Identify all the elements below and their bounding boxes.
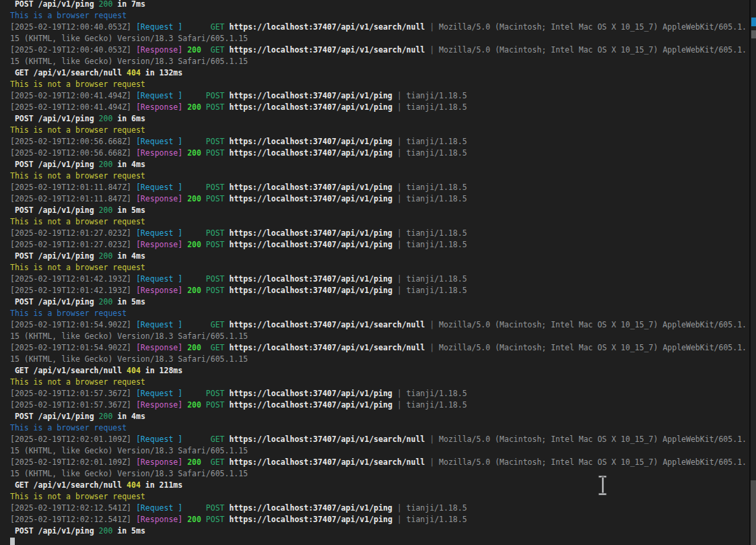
terminal-block-cursor xyxy=(10,538,15,545)
log-segment: Mozilla/5.0 (Macintosh; Intel Mac OS X 1… xyxy=(439,22,747,32)
log-segment: [Response] xyxy=(136,286,182,295)
log-line: [2025-02-19T12:01:42.193Z] [Response] 20… xyxy=(10,285,751,296)
log-segment: tianji/1.18.5 xyxy=(407,137,467,146)
log-segment: [2025-02-19T12:01:11.847Z] xyxy=(10,183,136,192)
log-segment: 200 xyxy=(187,343,201,352)
log-segment: GET xyxy=(211,435,225,444)
log-segment: 200 xyxy=(187,194,201,203)
log-segment: https://localhost:37407/api/v1/ping xyxy=(229,91,392,100)
log-segment: Mozilla/5.0 (Macintosh; Intel Mac OS X 1… xyxy=(439,435,747,444)
log-segment: | xyxy=(392,148,407,158)
log-segment: [Response] xyxy=(136,45,182,55)
log-segment: tianji/1.18.5 xyxy=(407,503,467,513)
log-segment: [2025-02-19T12:01:27.023Z] xyxy=(10,228,136,238)
log-segment xyxy=(201,343,211,352)
log-line: This is not a browser request xyxy=(10,170,751,182)
log-segment: [2025-02-19T12:01:42.193Z] xyxy=(10,274,136,284)
log-line: This is not a browser request xyxy=(10,491,751,503)
log-segment: 200 xyxy=(187,45,201,55)
log-segment xyxy=(201,515,206,524)
log-line: 15 (KHTML, like Gecko) Version/18.3 Safa… xyxy=(10,354,751,365)
log-segment: tianji/1.18.5 xyxy=(407,389,467,398)
log-line: [2025-02-19T12:01:27.023Z] [Request ] PO… xyxy=(10,228,751,239)
log-line: [2025-02-19T12:01:57.367Z] [Response] 20… xyxy=(10,399,751,411)
log-segment: | xyxy=(392,228,407,238)
log-segment: POST /api/v1/ping xyxy=(10,160,99,169)
log-segment: | xyxy=(425,320,439,329)
log-segment: [Request ] xyxy=(136,137,182,146)
log-segment: | xyxy=(392,194,407,203)
log-line: This is a browser request xyxy=(10,308,751,319)
log-segment xyxy=(201,240,206,249)
log-segment: 404 xyxy=(127,480,141,490)
log-segment: in 4ms xyxy=(112,160,145,169)
log-segment: in 7ms xyxy=(112,0,145,9)
log-segment: 15 (KHTML, like Gecko) Version/18.3 Safa… xyxy=(10,354,248,364)
log-segment: 404 xyxy=(127,366,141,375)
log-segment: tianji/1.18.5 xyxy=(407,240,467,249)
log-segment: POST xyxy=(206,503,225,513)
log-segment: [Request ] xyxy=(136,183,182,192)
log-segment: | xyxy=(392,91,407,100)
log-segment: https://localhost:37407/api/v1/ping xyxy=(229,286,392,295)
log-line: [2025-02-19T12:01:11.847Z] [Request ] PO… xyxy=(10,182,751,193)
log-line: 15 (KHTML, like Gecko) Version/18.3 Safa… xyxy=(10,56,751,67)
log-segment: 15 (KHTML, like Gecko) Version/18.3 Safa… xyxy=(10,446,248,455)
terminal-output[interactable]: POST /api/v1/ping 200 in 7msThis is a br… xyxy=(10,0,751,545)
log-segment xyxy=(182,91,206,100)
log-segment: This is not a browser request xyxy=(10,492,145,501)
log-line: This is not a browser request xyxy=(10,262,751,274)
log-line: POST /api/v1/ping 200 in 5ms xyxy=(10,205,751,216)
log-segment: This is not a browser request xyxy=(10,125,145,135)
log-segment xyxy=(182,22,211,32)
log-segment: tianji/1.18.5 xyxy=(407,91,467,100)
log-segment: | xyxy=(425,343,439,352)
log-segment: 200 xyxy=(99,412,113,421)
log-segment: https://localhost:37407/api/v1/search/nu… xyxy=(229,343,425,352)
log-segment xyxy=(201,457,211,467)
log-line: [2025-02-19T12:01:42.193Z] [Request ] PO… xyxy=(10,274,751,285)
log-line: [2025-02-19T12:02:01.109Z] [Request ] GE… xyxy=(10,434,751,445)
log-segment: tianji/1.18.5 xyxy=(407,194,467,203)
log-segment: 15 (KHTML, like Gecko) Version/18.3 Safa… xyxy=(10,34,248,43)
log-segment: | xyxy=(392,515,407,524)
log-segment: https://localhost:37407/api/v1/ping xyxy=(229,228,392,238)
log-segment xyxy=(182,435,211,444)
log-segment: | xyxy=(425,22,439,32)
log-segment: tianji/1.18.5 xyxy=(407,228,467,238)
log-line: POST /api/v1/ping 200 in 7ms xyxy=(10,0,751,10)
log-segment: in 5ms xyxy=(112,297,145,307)
log-segment: [2025-02-19T12:01:57.367Z] xyxy=(10,389,136,398)
log-segment: https://localhost:37407/api/v1/ping xyxy=(229,274,392,284)
log-segment: [Request ] xyxy=(136,503,182,513)
log-segment: in 4ms xyxy=(112,251,145,261)
log-segment: [Response] xyxy=(136,343,182,352)
log-segment: GET xyxy=(211,343,225,352)
log-segment xyxy=(182,274,206,284)
log-segment: tianji/1.18.5 xyxy=(407,102,467,112)
log-segment: tianji/1.18.5 xyxy=(407,286,467,295)
log-segment: [2025-02-19T12:00:41.494Z] xyxy=(10,102,136,112)
scrollbar[interactable] xyxy=(751,0,756,545)
log-segment: | xyxy=(392,400,407,410)
log-segment: POST /api/v1/ping xyxy=(10,205,99,215)
log-line: 15 (KHTML, like Gecko) Version/18.3 Safa… xyxy=(10,33,751,44)
log-segment: This is not a browser request xyxy=(10,377,145,387)
log-segment: POST /api/v1/ping xyxy=(10,251,99,261)
log-segment: [Request ] xyxy=(136,228,182,238)
log-segment: 200 xyxy=(187,240,201,249)
scrollbar-marker-blue-icon xyxy=(751,18,756,26)
log-line: This is not a browser request xyxy=(10,216,751,228)
log-segment: [Response] xyxy=(136,400,182,410)
log-segment: https://localhost:37407/api/v1/ping xyxy=(229,102,392,112)
log-segment: POST xyxy=(206,183,225,192)
log-segment: https://localhost:37407/api/v1/ping xyxy=(229,389,392,398)
log-segment: 200 xyxy=(187,457,201,467)
log-segment xyxy=(201,194,206,203)
scrollbar-thumb[interactable] xyxy=(751,480,756,545)
log-segment: in 211ms xyxy=(141,480,182,490)
log-line: 15 (KHTML, like Gecko) Version/18.3 Safa… xyxy=(10,331,751,342)
log-segment xyxy=(182,228,206,238)
log-segment: POST /api/v1/ping xyxy=(10,526,99,536)
log-line: [2025-02-19T12:00:56.668Z] [Request ] PO… xyxy=(10,136,751,148)
